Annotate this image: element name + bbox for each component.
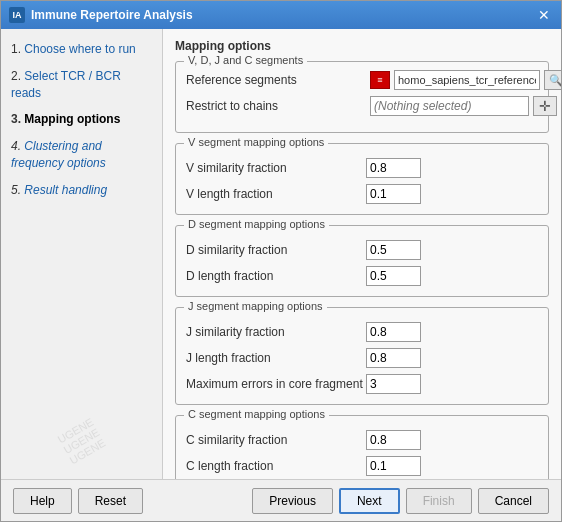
j-segment-group: J segment mapping options J similarity f… — [175, 307, 549, 405]
sidebar-item-mapping[interactable]: 3. Mapping options — [11, 111, 152, 128]
c-segment-group: C segment mapping options C similarity f… — [175, 415, 549, 479]
j-similarity-input[interactable] — [366, 322, 421, 342]
reference-icon: ≡ — [370, 71, 390, 89]
v-length-input[interactable] — [366, 184, 421, 204]
reset-button[interactable]: Reset — [78, 488, 143, 514]
j-max-errors-row: Maximum errors in core fragment — [186, 374, 538, 394]
main-panel: Mapping options V, D, J and C segments R… — [163, 29, 561, 479]
c-similarity-input[interactable] — [366, 430, 421, 450]
c-length-label: C length fraction — [186, 459, 366, 473]
c-length-input[interactable] — [366, 456, 421, 476]
d-similarity-row: D similarity fraction — [186, 240, 538, 260]
restrict-row: Restrict to chains ✛ — [186, 96, 538, 116]
c-segment-title: C segment mapping options — [184, 408, 329, 420]
reference-input[interactable] — [394, 70, 540, 90]
j-segment-fields: J similarity fraction J length fraction … — [186, 322, 538, 394]
sidebar-item-select-reads[interactable]: 2. Select TCR / BCR reads — [11, 68, 152, 102]
c-similarity-label: C similarity fraction — [186, 433, 366, 447]
v-similarity-label: V similarity fraction — [186, 161, 366, 175]
j-length-label: J length fraction — [186, 351, 366, 365]
v-similarity-row: V similarity fraction — [186, 158, 538, 178]
d-length-input[interactable] — [366, 266, 421, 286]
sidebar-item-choose-where[interactable]: 1. Choose where to run — [11, 41, 152, 58]
previous-button[interactable]: Previous — [252, 488, 333, 514]
restrict-input[interactable] — [370, 96, 529, 116]
d-segment-fields: D similarity fraction D length fraction — [186, 240, 538, 286]
watermark: UGENEUGENEUGENE — [3, 385, 160, 479]
j-similarity-label: J similarity fraction — [186, 325, 366, 339]
title-bar-left: IA Immune Repertoire Analysis — [9, 7, 193, 23]
j-length-row: J length fraction — [186, 348, 538, 368]
window-title: Immune Repertoire Analysis — [31, 8, 193, 22]
help-button[interactable]: Help — [13, 488, 72, 514]
cancel-button[interactable]: Cancel — [478, 488, 549, 514]
v-similarity-input[interactable] — [366, 158, 421, 178]
footer: Help Reset Previous Next Finish Cancel — [1, 479, 561, 521]
app-icon: IA — [9, 7, 25, 23]
j-max-errors-label: Maximum errors in core fragment — [186, 377, 366, 391]
finish-button[interactable]: Finish — [406, 488, 472, 514]
d-length-label: D length fraction — [186, 269, 366, 283]
c-length-row: C length fraction — [186, 456, 538, 476]
footer-left-buttons: Help Reset — [13, 488, 143, 514]
d-similarity-label: D similarity fraction — [186, 243, 366, 257]
main-window: IA Immune Repertoire Analysis ✕ 1. Choos… — [0, 0, 562, 522]
close-button[interactable]: ✕ — [535, 6, 553, 24]
v-length-row: V length fraction — [186, 184, 538, 204]
content-area: 1. Choose where to run 2. Select TCR / B… — [1, 29, 561, 479]
restrict-label: Restrict to chains — [186, 99, 366, 113]
c-similarity-row: C similarity fraction — [186, 430, 538, 450]
next-button[interactable]: Next — [339, 488, 400, 514]
reference-row: Reference segments ≡ 🔍 — [186, 70, 538, 90]
d-segment-group: D segment mapping options D similarity f… — [175, 225, 549, 297]
j-similarity-row: J similarity fraction — [186, 322, 538, 342]
section-title: Mapping options — [175, 39, 549, 53]
vdj-group-title: V, D, J and C segments — [184, 54, 307, 66]
v-length-label: V length fraction — [186, 187, 366, 201]
j-max-errors-input[interactable] — [366, 374, 421, 394]
title-bar: IA Immune Repertoire Analysis ✕ — [1, 1, 561, 29]
reference-label: Reference segments — [186, 73, 366, 87]
d-segment-title: D segment mapping options — [184, 218, 329, 230]
c-segment-fields: C similarity fraction C length fraction — [186, 430, 538, 476]
add-chain-button[interactable]: ✛ — [533, 96, 557, 116]
d-length-row: D length fraction — [186, 266, 538, 286]
vdj-group: V, D, J and C segments Reference segment… — [175, 61, 549, 133]
d-similarity-input[interactable] — [366, 240, 421, 260]
j-segment-title: J segment mapping options — [184, 300, 327, 312]
j-length-input[interactable] — [366, 348, 421, 368]
v-segment-group: V segment mapping options V similarity f… — [175, 143, 549, 215]
v-segment-title: V segment mapping options — [184, 136, 328, 148]
sidebar-item-clustering[interactable]: 4. Clustering and frequency options — [11, 138, 152, 172]
sidebar-item-result-handling[interactable]: 5. Result handling — [11, 182, 152, 199]
footer-right-buttons: Previous Next Finish Cancel — [252, 488, 549, 514]
browse-button[interactable]: 🔍 — [544, 70, 561, 90]
v-segment-fields: V similarity fraction V length fraction — [186, 158, 538, 204]
sidebar: 1. Choose where to run 2. Select TCR / B… — [1, 29, 163, 479]
